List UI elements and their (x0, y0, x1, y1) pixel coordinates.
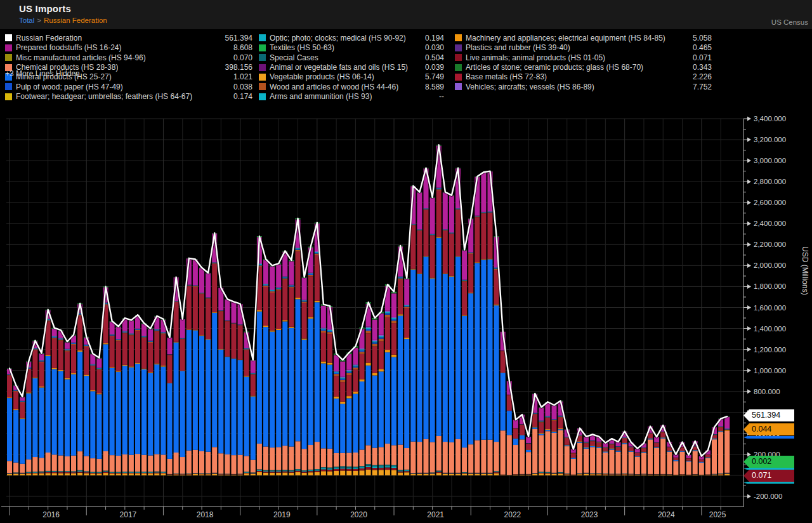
legend-item-label: Russian Federation (16, 34, 82, 43)
legend-swatch-icon (455, 34, 462, 41)
last-value-flag: 561.394 (743, 409, 794, 421)
legend-item[interactable]: Vehicles; aircrafts; vessels (HS 86-89)7… (455, 82, 712, 91)
legend-item[interactable]: Optic; photo; clocks; medical (HS 90-92)… (259, 33, 444, 43)
legend-item[interactable]: Arms and ammunition (HS 93)-- (259, 92, 444, 102)
legend-item[interactable]: Plastics and rubber (HS 39-40)0.465 (455, 43, 712, 52)
chart-canvas[interactable]: -200.0000.000200.000400.000600.000800.00… (0, 114, 812, 523)
svg-text:2016: 2016 (43, 510, 60, 519)
legend-item[interactable]: Live animals; animal products (HS 01-05)… (455, 53, 712, 62)
data-source-label: US Census (771, 18, 808, 26)
svg-text:2,800.000: 2,800.000 (754, 178, 786, 185)
legend-item-label: Live animals; animal products (HS 01-05) (466, 53, 605, 62)
svg-text:2,200.000: 2,200.000 (754, 241, 786, 248)
legend-item-label: Special Cases (270, 53, 318, 62)
svg-text:2019: 2019 (273, 510, 291, 519)
legend-item-label: Wood and articles of wood (HS 44-46) (270, 83, 398, 91)
legend-item[interactable]: Prepared foodstuffs (HS 16-24)8.608 (5, 43, 252, 52)
legend-item[interactable]: Machinery and appliances; electrical equ… (455, 33, 712, 43)
legend-item-value: 0.465 (693, 43, 712, 52)
legend-swatch-icon (5, 54, 12, 61)
svg-text:1,200.000: 1,200.000 (754, 346, 786, 354)
svg-text:3,200.000: 3,200.000 (754, 136, 786, 143)
svg-text:2025: 2025 (709, 510, 726, 519)
page-title: US Imports (19, 3, 71, 14)
legend-item[interactable]: Footwear; headgear; umbrellas; feathers … (5, 92, 252, 102)
legend-hidden-lines-note[interactable]: +3 More Lines Hidden (5, 69, 812, 79)
legend-item[interactable]: Misc manufactured articles (HS 94-96)0.0… (5, 53, 252, 62)
legend-item-value: 8.608 (233, 43, 252, 52)
legend-swatch-icon (259, 44, 266, 51)
legend-swatch-icon (5, 44, 12, 51)
svg-text:2018: 2018 (197, 510, 214, 519)
legend-swatch-icon (259, 54, 266, 61)
svg-text:2,400.000: 2,400.000 (754, 220, 786, 227)
title-bar: US Imports Total>Russian Federation (0, 0, 812, 29)
legend-swatch-icon (5, 83, 12, 90)
legend-item-value: 0.504 (425, 53, 444, 62)
legend-item-value: 561.394 (225, 34, 252, 43)
legend-column-2: Optic; photo; clocks; medical (HS 90-92)… (259, 33, 444, 102)
legend-item-label: Misc manufactured articles (HS 94-96) (16, 53, 146, 62)
svg-text:2021: 2021 (427, 510, 444, 519)
legend-item-value: 0.070 (233, 53, 252, 62)
svg-text:3,400.000: 3,400.000 (754, 115, 786, 122)
legend-item-value: 7.752 (693, 83, 712, 91)
legend-item[interactable]: Wood and articles of wood (HS 44-46)8.58… (259, 82, 444, 91)
bloomberg-chart-window: US Imports Total>Russian Federation US C… (0, 0, 812, 523)
legend-item-value: -- (439, 92, 444, 101)
legend-item-label: Pulp of wood; paper (HS 47-49) (16, 83, 123, 91)
series-value-strip (743, 482, 794, 484)
legend-item-label: Optic; photo; clocks; medical (HS 90-92) (270, 34, 406, 43)
breadcrumb: Total>Russian Federation (19, 17, 107, 24)
svg-text:2022: 2022 (504, 510, 521, 519)
legend-item-label: Plastics and rubber (HS 39-40) (466, 43, 570, 52)
legend-item-value: 0.174 (233, 92, 252, 101)
svg-text:2020: 2020 (350, 510, 367, 519)
last-value-flag: 0.071 (743, 470, 794, 482)
breadcrumb-separator: > (34, 17, 44, 24)
legend-swatch-icon (455, 44, 462, 51)
legend-swatch-icon (5, 34, 12, 41)
svg-text:1,800.000: 1,800.000 (754, 282, 786, 290)
legend-column-3: Machinery and appliances; electrical equ… (455, 33, 712, 92)
svg-text:2,600.000: 2,600.000 (754, 199, 786, 206)
last-value-flag: 0.002 (743, 456, 794, 468)
legend-swatch-icon (455, 83, 462, 90)
svg-text:800.000: 800.000 (754, 388, 780, 395)
legend-item-value: 0.071 (693, 53, 712, 62)
legend-item[interactable]: Pulp of wood; paper (HS 47-49)0.038 (5, 82, 252, 91)
series-value-strip (743, 436, 794, 439)
legend-item-label: Vehicles; aircrafts; vessels (HS 86-89) (466, 83, 594, 91)
legend-item[interactable]: Special Cases0.504 (259, 53, 444, 62)
legend-item-label: Machinery and appliances; electrical equ… (466, 34, 665, 43)
svg-text:-200.000: -200.000 (754, 493, 782, 500)
svg-text:1,600.000: 1,600.000 (754, 304, 786, 312)
series-value-strip (743, 468, 794, 470)
legend-item[interactable]: Russian Federation561.394 (5, 33, 252, 43)
last-value-flag: 0.044 (743, 423, 794, 435)
legend-item-value: 5.058 (693, 34, 712, 43)
y-axis-title: USD (Millions) (801, 246, 809, 295)
legend-swatch-icon (5, 93, 12, 100)
legend-item-value: 0.030 (425, 43, 444, 52)
svg-text:2,000.000: 2,000.000 (754, 262, 786, 269)
svg-text:2023: 2023 (581, 510, 598, 519)
legend-item-label: Prepared foodstuffs (HS 16-24) (16, 43, 122, 52)
legend-item-value: 8.589 (425, 83, 444, 91)
svg-text:1,000.000: 1,000.000 (754, 367, 786, 374)
legend-swatch-icon (259, 34, 266, 41)
legend-swatch-icon (259, 93, 266, 100)
legend-item-label: Textiles (HS 50-63) (270, 43, 334, 52)
legend-item-label: Arms and ammunition (HS 93) (270, 92, 372, 101)
legend-item-value: 0.038 (233, 83, 252, 91)
breadcrumb-total-link[interactable]: Total (19, 17, 34, 24)
legend-column-1: Russian Federation561.394Prepared foodst… (5, 33, 252, 102)
svg-text:3,000.000: 3,000.000 (754, 157, 786, 164)
legend-item-label: Footwear; headgear; umbrellas; feathers … (16, 92, 192, 101)
svg-text:2024: 2024 (658, 510, 675, 519)
legend-item[interactable]: Textiles (HS 50-63)0.030 (259, 43, 444, 52)
legend-item-value: 0.194 (425, 34, 444, 43)
svg-text:2017: 2017 (120, 510, 137, 519)
svg-text:1,400.000: 1,400.000 (754, 325, 786, 333)
breadcrumb-current[interactable]: Russian Federation (44, 17, 107, 24)
